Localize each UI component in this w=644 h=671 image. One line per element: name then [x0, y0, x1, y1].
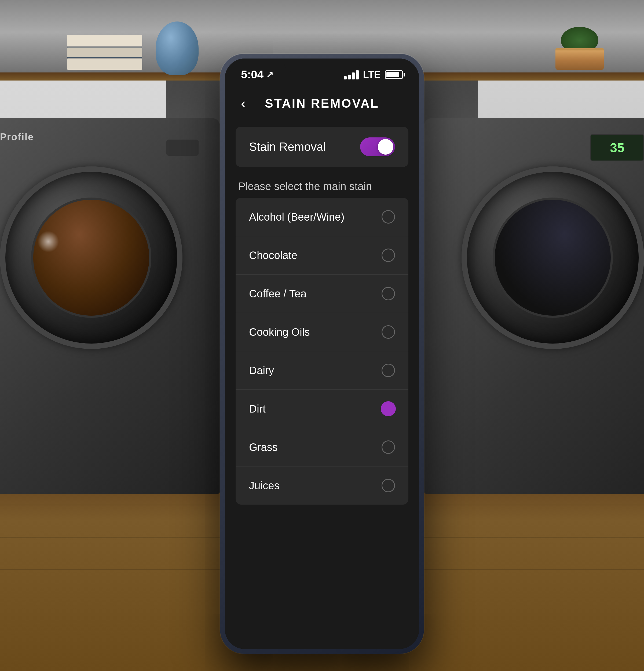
towel-stack	[67, 35, 142, 70]
time-label: 5:04	[241, 68, 263, 81]
signal-bar-1	[344, 76, 347, 79]
lte-label: LTE	[363, 69, 381, 80]
plant-pot	[555, 27, 604, 70]
radio-button[interactable]	[382, 287, 395, 300]
phone-wrapper: 5:04 ↗ LTE	[220, 54, 424, 654]
signal-bar-4	[356, 70, 359, 79]
radio-button[interactable]	[382, 364, 395, 377]
washer-right-door-inner	[493, 198, 613, 318]
towel-3	[67, 59, 142, 70]
stain-item[interactable]: Coffee / Tea	[235, 275, 409, 313]
jug	[156, 22, 198, 75]
stain-name: Chocolate	[249, 249, 297, 262]
battery-fill	[386, 72, 399, 77]
radio-button[interactable]	[382, 249, 395, 262]
app-header: ‹ STAIN REMOVAL	[225, 85, 419, 119]
washer-left-logo: Profile	[0, 131, 34, 143]
location-arrow-icon: ↗	[266, 69, 273, 80]
stain-item[interactable]: Dairy	[235, 351, 409, 390]
page-title: STAIN REMOVAL	[265, 96, 379, 111]
toggle-row: Stain Removal	[235, 127, 409, 167]
back-button[interactable]: ‹	[241, 95, 246, 111]
stain-item[interactable]: Dirt	[235, 390, 409, 428]
washer-left: Profile	[0, 118, 220, 494]
stain-name: Dairy	[249, 365, 274, 377]
stain-removal-toggle[interactable]	[360, 137, 395, 156]
stain-item[interactable]: Cooking Oils	[235, 313, 409, 351]
stain-name: Dirt	[249, 403, 266, 415]
washer-right-door	[462, 166, 644, 349]
notch	[284, 59, 360, 72]
stain-name: Cooking Oils	[249, 326, 310, 338]
stain-name: Grass	[249, 441, 278, 453]
stain-name: Juices	[249, 480, 279, 492]
washer-right-display: 35	[590, 134, 644, 161]
radio-button[interactable]	[382, 479, 395, 492]
radio-button[interactable]	[382, 441, 395, 454]
stain-item[interactable]: Chocolate	[235, 236, 409, 275]
status-time: 5:04 ↗	[241, 68, 273, 81]
radio-button[interactable]	[382, 325, 395, 339]
radio-button[interactable]	[382, 402, 395, 416]
toggle-label: Stain Removal	[249, 140, 326, 153]
washer-left-door-inner	[31, 198, 151, 318]
stain-list: Alcohol (Beer/Wine)ChocolateCoffee / Tea…	[235, 198, 409, 505]
signal-bar-3	[352, 73, 355, 79]
plant-soil	[555, 48, 604, 70]
towel-1	[67, 35, 142, 46]
washer-left-shine	[38, 231, 59, 252]
towel-2	[67, 47, 142, 58]
phone-screen: 5:04 ↗ LTE	[225, 59, 419, 649]
app-content: ‹ STAIN REMOVAL Stain Removal Please sel…	[225, 85, 419, 649]
battery-icon	[385, 70, 403, 79]
section-label: Please select the main stain	[225, 175, 419, 198]
stain-item[interactable]: Alcohol (Beer/Wine)	[235, 198, 409, 236]
stain-name: Alcohol (Beer/Wine)	[249, 211, 345, 223]
phone-outer: 5:04 ↗ LTE	[220, 54, 424, 654]
stain-item[interactable]: Grass	[235, 428, 409, 467]
radio-button[interactable]	[382, 210, 395, 224]
signal-bar-2	[348, 75, 351, 79]
washer-right: 35	[424, 118, 644, 494]
stain-item[interactable]: Juices	[235, 467, 409, 505]
washer-left-door	[0, 166, 182, 349]
washer-left-control	[166, 140, 198, 156]
toggle-knob	[378, 139, 394, 155]
stain-name: Coffee / Tea	[249, 288, 307, 300]
